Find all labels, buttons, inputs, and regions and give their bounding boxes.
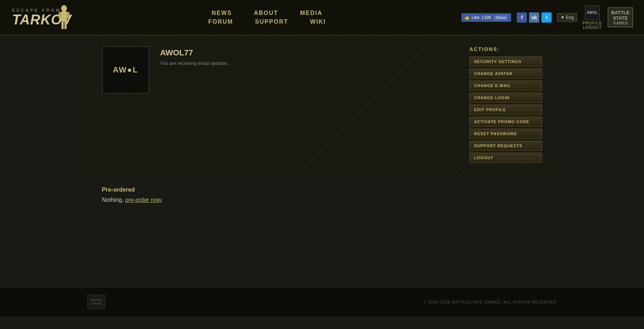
profile-info-section: AW●L AWOL77 You are receiving email upda… <box>102 46 455 165</box>
change-email-button[interactable]: CHANGE E-MAIL <box>469 81 542 91</box>
facebook-icon[interactable]: f <box>517 12 527 23</box>
twitter-icon[interactable]: t <box>541 12 552 23</box>
preordered-title: Pre-ordered <box>102 187 542 193</box>
actions-title: ACTIONS: <box>469 46 542 52</box>
svg-rect-4 <box>61 21 64 29</box>
actions-sidebar: ACTIONS: SECURITY SETTINGS CHANGE AVATAR… <box>469 46 542 165</box>
facebook-like-button[interactable]: 👍 Like 119K Share <box>461 13 511 22</box>
fb-like-count: 119K <box>481 15 492 20</box>
fb-share-button[interactable]: Share <box>493 15 508 20</box>
logo-soldier-icon <box>57 5 71 30</box>
preordered-period: . <box>161 197 163 203</box>
nav-wiki[interactable]: WIKI <box>310 19 326 25</box>
nav-support[interactable]: SUPPORT <box>255 19 288 25</box>
nav-row-2: FORUM SUPPORT WIKI <box>208 19 326 25</box>
security-settings-button[interactable]: SECURITY SETTINGS <box>469 56 542 67</box>
vk-icon[interactable]: vk <box>529 12 539 23</box>
nav-forum[interactable]: FORUM <box>208 19 233 25</box>
preordered-nothing: Nothing, <box>102 197 124 203</box>
social-icons: f vk t <box>517 12 552 23</box>
battlestate-logo[interactable]: BATTLE STATE GAMES <box>608 7 633 27</box>
activate-promo-code-button[interactable]: ACTIVATE PROMO CODE <box>469 117 542 127</box>
preordered-text: Nothing, pre-order now. <box>102 197 542 203</box>
footer-battlestate-icon: BATTLESTATE <box>87 295 106 309</box>
site-logo[interactable]: ESCAPE FROM TARKOV <box>11 3 73 32</box>
battlestate-line3: GAMES <box>611 21 629 25</box>
change-avatar-button[interactable]: CHANGE AVATAR <box>469 68 542 79</box>
nav-media[interactable]: MEDIA <box>300 10 323 16</box>
logout-link[interactable]: LOGOUT <box>583 25 602 30</box>
svg-rect-3 <box>67 12 69 19</box>
nav-about[interactable]: ABOUT <box>254 10 278 16</box>
svg-rect-5 <box>64 21 67 29</box>
main-nav: NEWS ABOUT MEDIA FORUM SUPPORT WIKI <box>208 10 326 25</box>
fb-like-label: Like <box>472 15 480 20</box>
support-requests-button[interactable]: SUPPORT REQUESTS <box>469 141 542 151</box>
nav-right: 👍 Like 119K Share f vk t ▼ Eng AWOL PROF… <box>461 5 633 30</box>
reset-password-button[interactable]: RESET PASSWORD <box>469 129 542 139</box>
profile-avatar-small: AWOL <box>585 5 600 20</box>
battlestate-icon: BATTLE STATE GAMES <box>608 7 633 27</box>
nav-row-1: NEWS ABOUT MEDIA <box>212 10 322 16</box>
nav-news[interactable]: NEWS <box>212 10 232 16</box>
edit-profile-button[interactable]: EDIT PROFILE <box>469 105 542 115</box>
language-selector[interactable]: ▼ Eng <box>557 13 577 22</box>
header: ESCAPE FROM TARKOV NEWS ABOUT MEDIA FORU… <box>0 0 644 35</box>
profile-link[interactable]: PROFILE <box>583 21 602 25</box>
svg-point-0 <box>61 5 67 12</box>
preorder-now-link[interactable]: pre-order now <box>125 197 161 203</box>
fb-like-icon: 👍 <box>464 15 470 20</box>
avatar: AW●L <box>102 46 149 94</box>
profile-links: PROFILE LOGOUT <box>583 21 602 30</box>
preordered-section: Pre-ordered Nothing, pre-order now. <box>87 176 557 214</box>
avatar-text: AW●L <box>113 65 138 75</box>
logout-button[interactable]: LOGOUT <box>469 153 542 163</box>
profile-details: AWOL77 You are receiving email updates. <box>160 46 228 165</box>
username: AWOL77 <box>160 48 228 58</box>
footer: BATTLESTATE © 2015-2018 BATTLESTATE GAME… <box>0 287 644 317</box>
main-profile-section: AW●L AWOL77 You are receiving email upda… <box>87 35 557 176</box>
svg-rect-2 <box>59 12 61 19</box>
footer-copyright: © 2015-2018 BATTLESTATE GAMES. ALL RIGHT… <box>423 300 557 304</box>
email-status: You are receiving email updates. <box>160 60 228 66</box>
profile-area: AWOL PROFILE LOGOUT <box>583 5 602 30</box>
svg-rect-1 <box>61 11 67 21</box>
change-login-button[interactable]: CHANGE LOGIN <box>469 93 542 103</box>
footer-logo: BATTLESTATE <box>87 295 106 309</box>
battlestate-line2: STATE <box>611 15 629 21</box>
battlestate-line1: BATTLE <box>611 10 629 15</box>
